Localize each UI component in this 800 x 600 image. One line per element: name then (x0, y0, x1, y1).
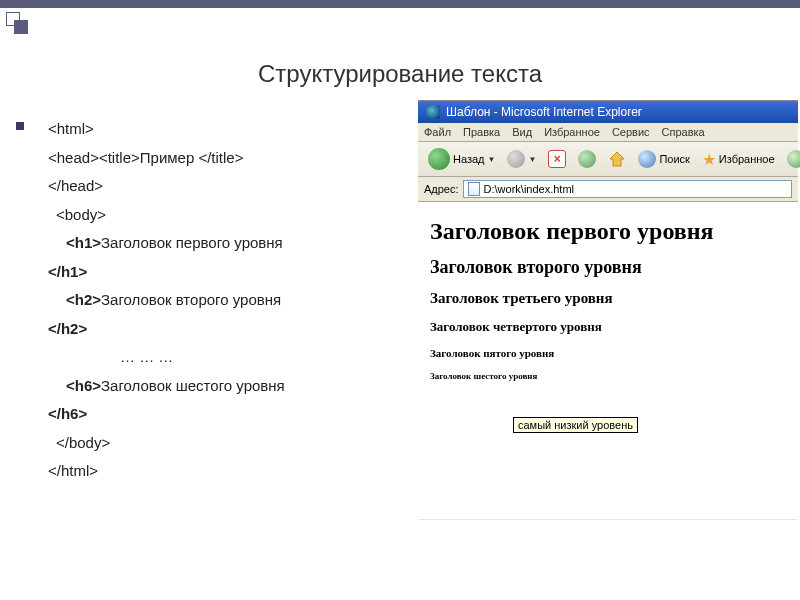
favorites-label: Избранное (719, 153, 775, 165)
slide-title: Структурирование текста (0, 60, 800, 88)
code-line: <html> (48, 120, 94, 137)
code-line: </head> (48, 177, 103, 194)
home-button[interactable] (604, 148, 630, 170)
file-icon (468, 182, 480, 196)
code-line: </html> (48, 462, 98, 479)
chevron-down-icon: ▼ (488, 155, 496, 164)
chevron-down-icon: ▼ (528, 155, 536, 164)
search-button[interactable]: Поиск (634, 148, 693, 170)
heading-1: Заголовок первого уровня (430, 218, 786, 245)
tag-open: <h2> (66, 291, 101, 308)
stop-icon: × (548, 150, 566, 168)
back-label: Назад (453, 153, 485, 165)
browser-menubar: Файл Правка Вид Избранное Сервис Справка (418, 123, 798, 142)
more-button[interactable] (783, 148, 800, 170)
browser-window: Шаблон - Microsoft Internet Explorer Фай… (418, 100, 798, 520)
code-line: <body> (56, 206, 106, 223)
back-button[interactable]: Назад ▼ (424, 146, 499, 172)
home-icon (608, 150, 626, 168)
tooltip: самый низкий уровень (513, 417, 638, 433)
code-line: </title> (194, 149, 243, 166)
search-label: Поиск (659, 153, 689, 165)
browser-content: Заголовок первого уровня Заголовок второ… (418, 202, 798, 519)
code-line: <head><title> (48, 149, 140, 166)
window-title: Шаблон - Microsoft Internet Explorer (446, 105, 642, 119)
code-text: Заголовок шестого уровня (101, 377, 285, 394)
stop-button[interactable]: × (544, 148, 570, 170)
tag-close: </h2> (48, 320, 87, 337)
code-example: <html> <head><title>Пример </title> </he… (30, 115, 390, 486)
browser-toolbar: Назад ▼ ▼ × Поиск ★ Избранное (418, 142, 798, 177)
address-value: D:\work\index.html (484, 183, 574, 195)
bullet-icon (16, 122, 24, 130)
heading-5: Заголовок пятого уровня (430, 347, 786, 359)
svg-marker-0 (610, 152, 624, 166)
heading-2: Заголовок второго уровня (430, 257, 786, 278)
favorites-button[interactable]: ★ Избранное (698, 148, 779, 171)
slide-top-decoration (0, 0, 800, 40)
browser-titlebar[interactable]: Шаблон - Microsoft Internet Explorer (418, 101, 798, 123)
address-input[interactable]: D:\work\index.html (463, 180, 792, 198)
star-icon: ★ (702, 150, 716, 169)
refresh-icon (578, 150, 596, 168)
menu-tools[interactable]: Сервис (612, 126, 650, 138)
heading-4: Заголовок четвертого уровня (430, 319, 786, 335)
menu-view[interactable]: Вид (512, 126, 532, 138)
code-text: Заголовок второго уровня (101, 291, 281, 308)
refresh-button[interactable] (574, 148, 600, 170)
menu-edit[interactable]: Правка (463, 126, 500, 138)
address-label: Адрес: (424, 183, 459, 195)
tag-open: <h6> (66, 377, 101, 394)
code-text: Заголовок первого уровня (101, 234, 283, 251)
more-icon (787, 150, 800, 168)
menu-favorites[interactable]: Избранное (544, 126, 600, 138)
tag-close: </h1> (48, 263, 87, 280)
heading-3: Заголовок третьего уровня (430, 290, 786, 307)
code-line: </body> (56, 434, 110, 451)
forward-button[interactable]: ▼ (503, 148, 540, 170)
ie-icon (426, 105, 440, 119)
back-icon (428, 148, 450, 170)
ellipsis: … … … (120, 348, 173, 365)
code-line: Пример (140, 149, 195, 166)
menu-help[interactable]: Справка (662, 126, 705, 138)
tag-open: <h1> (66, 234, 101, 251)
tag-close: </h6> (48, 405, 87, 422)
heading-6: Заголовок шестого уровня (430, 371, 786, 381)
menu-file[interactable]: Файл (424, 126, 451, 138)
address-bar: Адрес: D:\work\index.html (418, 177, 798, 202)
forward-icon (507, 150, 525, 168)
search-icon (638, 150, 656, 168)
